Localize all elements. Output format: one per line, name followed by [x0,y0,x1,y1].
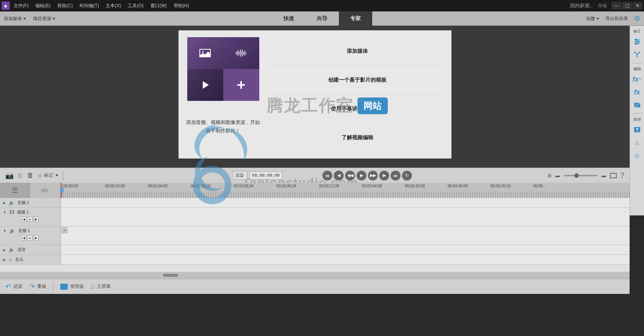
rewind-button[interactable]: ◀◀ [345,171,355,181]
menu-text[interactable]: 文本(X) [106,3,121,9]
timeline-view-button[interactable]: ☰ [0,183,30,198]
adjustments-icon[interactable] [632,36,642,47]
zoom-handle[interactable] [574,173,579,178]
speaker-icon[interactable]: 🔊 [9,247,14,253]
speaker-icon[interactable]: 🔊 [9,228,15,234]
project-assets-dropdown[interactable]: 项目资源 [33,16,55,22]
zoom-slider[interactable] [564,175,598,176]
divider [63,171,63,180]
music-icon[interactable]: ♫ [9,257,12,262]
collapse-icon[interactable]: ▼ [3,229,6,233]
trash-icon[interactable]: 🗑 [27,171,34,179]
redo-button[interactable]: ↷ 重做 [29,283,46,291]
maximize-button[interactable]: ▢ [622,2,632,9]
track-prev-button[interactable]: ◀ [21,235,27,240]
waveform-icon [233,46,249,61]
marker-icon: ◇ [38,173,42,178]
fit-timeline-button[interactable] [610,173,617,178]
track-body[interactable] [61,245,630,254]
tile-play [187,69,223,101]
step-back-button[interactable]: ◀ [334,171,344,181]
split-clip-icon[interactable]: ⎌ [18,171,22,179]
step-forward-button[interactable]: ▶ [379,171,389,181]
track-body[interactable] [61,198,630,207]
loop-button[interactable]: ↻ [402,171,412,181]
undo-button[interactable]: ↶ 还原 [5,283,22,291]
transitions-icon[interactable] [632,100,642,110]
track-next-button[interactable]: ▶ [33,217,39,222]
help-icon[interactable]: ? [620,171,624,179]
audio-view-button[interactable] [30,183,61,198]
speaker-icon[interactable]: 🔊 [9,200,14,206]
marker-dropdown[interactable]: ◇ 标记 [38,172,58,179]
mode-quick[interactable]: 快速 [272,11,306,26]
minimize-button[interactable]: ─ [611,2,621,9]
safe-margins-icon[interactable]: ⊞ [548,173,552,178]
render-button[interactable]: 渲染 [232,171,247,180]
clip-marker-icon[interactable]: ✕ [61,227,67,233]
toolbar: 添加媒体 项目资源 快速 向导 专家 创建 导出和共享 ⚙ [0,11,644,26]
fx-icon[interactable]: fx [632,87,642,97]
playhead-handle[interactable] [61,188,64,192]
tools-icon[interactable] [632,49,642,60]
expand-icon[interactable]: ▶ [3,258,6,262]
menu-edit[interactable]: 编辑(E) [35,3,50,9]
expand-icon[interactable]: ▶ [3,201,6,205]
close-button[interactable]: ✕ [633,2,642,9]
ruler-tick: 00;03;44;06 [362,184,382,188]
chevron-down-icon [596,18,599,20]
fastforward-button[interactable]: ▶▶ [368,171,378,181]
track-body[interactable] [61,255,630,264]
play-button[interactable]: ▶ [357,171,367,181]
create-dropdown[interactable]: 创建 [586,16,599,22]
welcome-subtitle-story[interactable]: 使用字幕讲述您的故事 [270,95,445,124]
snapshot-icon[interactable]: 📷 [5,171,14,180]
timecode-display[interactable]: 00;00;00;00 [249,171,282,179]
fx-effects-icon[interactable]: fx✎ [632,74,642,85]
mode-guided[interactable]: 向导 [306,11,339,26]
svg-point-24 [638,41,639,42]
track-prev-button[interactable]: ◀ [21,217,27,222]
ruler-ticks [61,192,630,198]
menu-bar: 文件(F) 编辑(E) 剪辑(C) 时间轴(T) 文本(X) 工具(O) 窗口(… [14,3,189,9]
gear-icon[interactable]: ⚙ [634,14,640,23]
menu-window[interactable]: 窗口(W) [150,3,167,9]
goto-start-button[interactable]: ⏮ [323,171,332,181]
timeline-scrollbar[interactable] [0,272,630,279]
playhead[interactable] [61,183,62,198]
track-body[interactable] [61,208,630,226]
menu-tools[interactable]: 工具(O) [128,3,143,9]
graphics-icon[interactable]: ☺ [632,150,642,161]
welcome-add-media[interactable]: 添加媒体 [270,37,445,66]
goto-end-button[interactable]: ⏭ [391,171,401,181]
titles-icon[interactable]: T [632,124,642,135]
music-icon[interactable]: ♫ [632,137,642,148]
menu-file[interactable]: 文件(F) [14,3,28,9]
tile-add [223,69,259,101]
app-icon: ◈ [2,2,10,10]
scrollbar-grip[interactable] [163,274,178,277]
timeline-ruler[interactable]: ;00;00;0000;00;32;0000;01;04;0200;01;36;… [61,183,630,198]
track-mid-button[interactable]: ● [27,217,33,222]
export-share-button[interactable]: 导出和共享 [605,16,628,22]
save-button[interactable]: 存储 [598,3,607,9]
menu-timeline[interactable]: 时间轴(T) [80,3,99,9]
expand-icon[interactable]: ▶ [3,248,6,252]
menu-clip[interactable]: 剪辑(C) [57,3,73,9]
filmstrip-icon[interactable]: 🎞 [9,210,14,215]
add-media-dropdown[interactable]: 添加媒体 [4,16,26,22]
menu-help[interactable]: 帮助(H) [174,3,189,9]
track-next-button[interactable]: ▶ [33,235,39,240]
organizer-button[interactable]: 管理器 [60,283,84,290]
collapse-icon[interactable]: ▼ [3,210,6,214]
play-icon [197,77,213,93]
mode-expert[interactable]: 专家 [339,11,372,26]
track-body[interactable]: ✕ [61,226,630,245]
track-label: 音频 2 [17,200,29,206]
zoom-out-icon[interactable]: ▬ [555,173,560,178]
home-button[interactable]: ⌂ 主屏幕 [91,283,111,290]
zoom-in-icon[interactable]: ▬ [602,173,606,178]
track-mid-button[interactable]: ● [27,235,33,240]
welcome-create-template[interactable]: 创建一个基于影片的模板 [270,66,445,95]
welcome-learn-editing[interactable]: 了解视频编辑 [270,123,445,152]
